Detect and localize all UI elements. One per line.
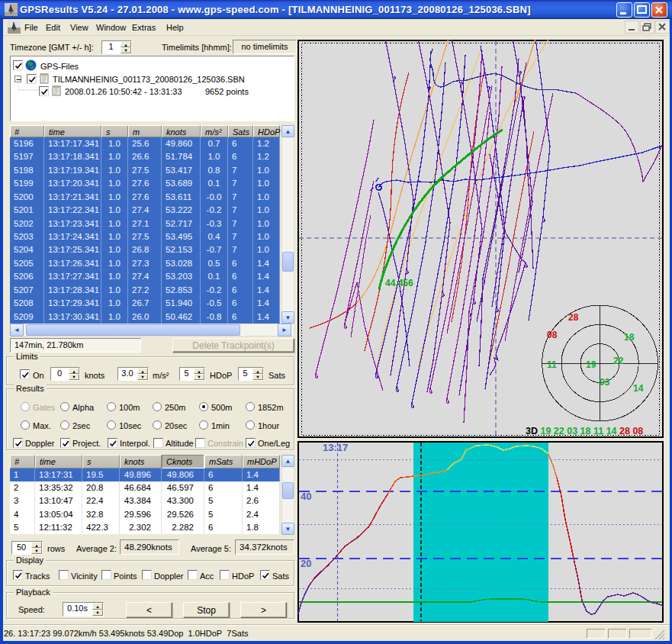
svg-text:18: 18 (624, 332, 635, 343)
svg-text:19: 19 (586, 359, 596, 370)
svg-text:28: 28 (568, 312, 579, 323)
svg-text:11: 11 (547, 359, 557, 370)
svg-text:44.456: 44.456 (385, 278, 413, 288)
svg-text:03: 03 (600, 377, 610, 388)
svg-text:40: 40 (301, 491, 311, 502)
svg-text:3D 19 22 03 18 11 14 28 08: 3D 19 22 03 18 11 14 28 08 (526, 426, 643, 436)
svg-text:13:17: 13:17 (323, 442, 348, 453)
svg-text:08: 08 (547, 330, 558, 340)
svg-text:20: 20 (301, 558, 311, 569)
svg-text:22: 22 (613, 356, 624, 366)
svg-text:14: 14 (633, 383, 644, 394)
